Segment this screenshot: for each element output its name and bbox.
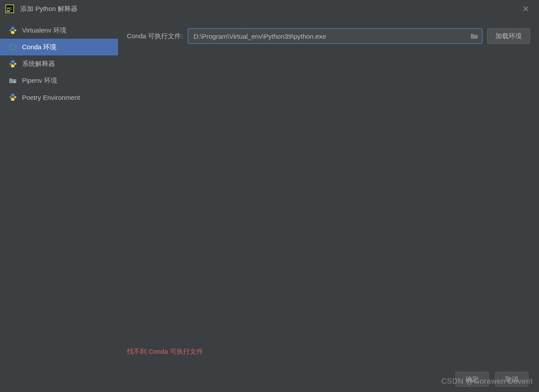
sidebar: Virtualenv 环境 Conda 环境 系统解释器 xyxy=(0,18,118,392)
close-button[interactable] xyxy=(518,1,534,17)
dialog-buttons: 确定 取消 xyxy=(118,367,539,392)
svg-point-5 xyxy=(10,44,16,50)
conda-exec-row: Conda 可执行文件: 加载环境 xyxy=(127,28,530,44)
svg-text:PC: PC xyxy=(7,7,12,11)
conda-icon xyxy=(9,43,17,51)
python-icon xyxy=(9,26,17,34)
sidebar-item-label: 系统解释器 xyxy=(22,60,55,68)
sidebar-item-system[interactable]: 系统解释器 xyxy=(0,55,118,72)
cancel-button[interactable]: 取消 xyxy=(495,372,528,387)
folder-icon xyxy=(9,77,17,84)
ok-button[interactable]: 确定 xyxy=(455,372,489,387)
browse-folder-icon[interactable] xyxy=(470,33,478,40)
sidebar-item-label: Conda 环境 xyxy=(22,43,56,51)
svg-point-7 xyxy=(14,81,15,83)
conda-exec-input[interactable] xyxy=(188,28,483,44)
python-icon xyxy=(9,93,17,101)
sidebar-item-label: Virtualenv 环境 xyxy=(22,26,66,35)
titlebar: PC 添加 Python 解释器 xyxy=(0,0,539,18)
sidebar-item-pipenv[interactable]: Pipenv 环境 xyxy=(0,72,118,89)
conda-exec-label: Conda 可执行文件: xyxy=(127,32,183,40)
sidebar-item-label: Poetry Environment xyxy=(22,94,80,101)
sidebar-item-poetry[interactable]: Poetry Environment xyxy=(0,89,118,106)
sidebar-item-virtualenv[interactable]: Virtualenv 环境 xyxy=(0,22,118,39)
svg-rect-2 xyxy=(7,11,10,11)
python-icon xyxy=(9,60,17,68)
sidebar-item-label: Pipenv 环境 xyxy=(22,77,57,85)
sidebar-item-conda[interactable]: Conda 环境 xyxy=(0,39,118,55)
load-env-button[interactable]: 加载环境 xyxy=(487,28,530,44)
error-message: 找不到 Conda 可执行文件 xyxy=(127,348,203,356)
app-icon: PC xyxy=(5,4,14,13)
dialog-title: 添加 Python 解释器 xyxy=(20,5,518,13)
main-panel: Conda 可执行文件: 加载环境 找不到 Conda 可执行文件 确定 取消 xyxy=(118,18,539,392)
